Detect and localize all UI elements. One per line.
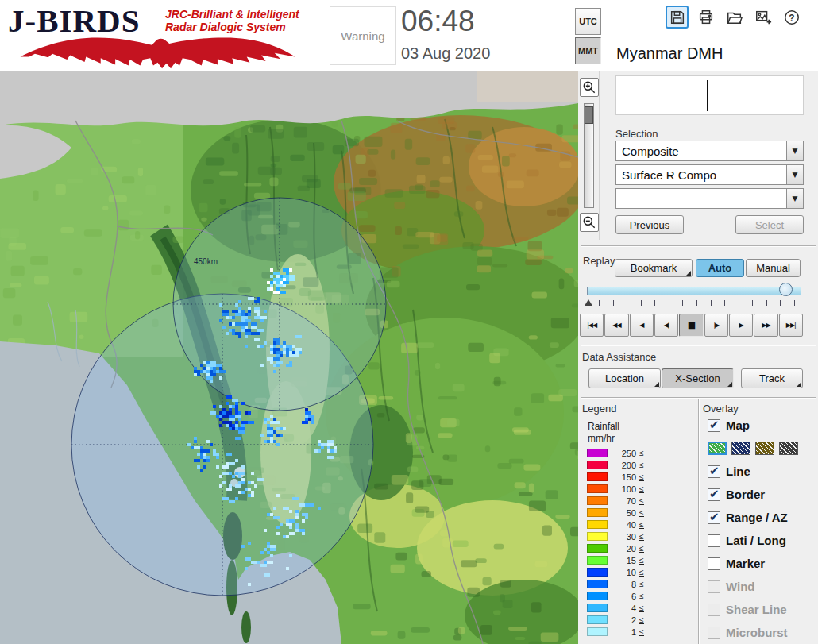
play-backward-button[interactable]: ◀: [630, 314, 654, 337]
play-forward-button[interactable]: ▶: [729, 314, 753, 337]
fast-forward-button[interactable]: ▶▶: [754, 314, 777, 337]
timeline-tick: [752, 300, 753, 306]
message-textbox[interactable]: [615, 75, 804, 115]
fast-rewind-button[interactable]: ◀◀: [604, 314, 628, 337]
dropdown-value: Surface R Compo: [622, 168, 716, 182]
legend-row: 100≤: [587, 484, 644, 493]
save-button[interactable]: [666, 6, 689, 29]
playback-controls: |◀◀◀◀◀◀|■|▶▶▶▶▶▶|: [580, 314, 803, 337]
dropdown-value: Composite: [622, 145, 679, 158]
map-style-swatch-3[interactable]: [755, 442, 774, 455]
zoom-slider[interactable]: [584, 103, 594, 208]
bookmark-button[interactable]: Bookmark: [615, 259, 693, 277]
clock-time: 06:48: [401, 5, 475, 38]
product-option-dropdown[interactable]: ▼: [615, 188, 804, 209]
legend-leq-symbol: ≤: [639, 604, 644, 612]
overlay-item-map: Map: [708, 418, 816, 432]
previous-button[interactable]: Previous: [615, 215, 684, 234]
manual-mode-button[interactable]: Manual: [746, 259, 801, 277]
legend-swatch: [587, 484, 608, 493]
help-button[interactable]: ?: [780, 6, 803, 29]
legend-row: 15≤: [587, 556, 644, 565]
stop-button[interactable]: ■: [679, 314, 703, 337]
legend-unit-line2: mm/hr: [588, 433, 615, 444]
legend-row: 30≤: [587, 532, 644, 541]
legend-row: 8≤: [587, 580, 644, 588]
timeline-tick: [654, 300, 655, 306]
app-logo-tagline: JRC-Brilliant & Intelligent Radar Dialog…: [165, 8, 299, 33]
legend-leq-symbol: ≤: [639, 449, 644, 457]
legend-unit-line1: Rainfall: [588, 421, 619, 432]
legend-leq-symbol: ≤: [639, 497, 644, 505]
legend-leq-symbol: ≤: [639, 485, 644, 493]
legend-value: 250: [608, 449, 636, 458]
radar-map-image: 450km: [0, 71, 578, 644]
legend-row: 6≤: [587, 592, 644, 600]
timeline-tick: [613, 300, 614, 306]
timeline-tick: [739, 300, 739, 306]
range-distance-label: 450km: [194, 257, 218, 266]
x-section-button[interactable]: X-Section: [662, 368, 734, 388]
product-type-dropdown[interactable]: Surface R Compo ▼: [615, 164, 804, 185]
checkbox-marker[interactable]: [708, 557, 720, 570]
product-category-dropdown[interactable]: Composite ▼: [615, 141, 804, 161]
legend-row: 10≤: [587, 568, 644, 577]
legend-leq-symbol: ≤: [639, 557, 644, 565]
legend-leq-symbol: ≤: [639, 473, 644, 481]
mmt-toggle-button[interactable]: MMT: [575, 37, 601, 64]
checkbox-range-az[interactable]: [708, 511, 720, 524]
legend-value: 8: [608, 580, 636, 589]
separator: [581, 345, 816, 346]
checkbox-map[interactable]: [708, 419, 720, 432]
open-folder-icon: [726, 9, 743, 26]
auto-mode-button[interactable]: Auto: [696, 259, 744, 277]
legend-value: 100: [608, 484, 636, 494]
skip-to-end-button[interactable]: ▶▶|: [779, 314, 803, 337]
checkbox-shear-line: [708, 604, 720, 616]
zoom-out-button[interactable]: [580, 213, 599, 232]
separator: [698, 399, 700, 644]
more-options-indicator: [727, 382, 732, 387]
timeline-slider-handle[interactable]: [779, 283, 793, 296]
legend-swatch: [587, 544, 608, 553]
skip-to-start-button[interactable]: |◀◀: [580, 314, 604, 337]
header-bar: J-BIRDS JRC-Brilliant & Intelligent Rada…: [0, 0, 818, 71]
export-image-button[interactable]: [751, 6, 774, 29]
legend-swatch: [587, 461, 608, 469]
legend-leq-symbol: ≤: [639, 580, 644, 588]
utc-toggle-button[interactable]: UTC: [575, 8, 601, 35]
legend-swatch: [587, 532, 608, 541]
checkbox-line[interactable]: [708, 465, 720, 478]
chevron-down-icon[interactable]: ▼: [786, 141, 803, 160]
legend-value: 20: [608, 544, 636, 553]
more-options-indicator: [654, 382, 659, 387]
map-style-swatch-2[interactable]: [731, 442, 750, 455]
legend-row: 4≤: [587, 604, 644, 612]
step-forward-button[interactable]: |▶: [704, 314, 728, 337]
panel-divider: [599, 71, 600, 240]
chevron-down-icon[interactable]: ▼: [786, 165, 803, 184]
chevron-down-icon[interactable]: ▼: [786, 189, 803, 208]
zoom-slider-handle[interactable]: [585, 106, 593, 124]
eagle-logo-icon: [5, 33, 311, 70]
legend-value: 1: [608, 627, 636, 637]
legend-value: 30: [608, 532, 636, 542]
legend-swatch: [587, 508, 608, 517]
checkbox-border[interactable]: [708, 488, 720, 501]
zoom-in-button[interactable]: [580, 78, 599, 97]
select-button[interactable]: Select: [735, 215, 804, 234]
checkbox-lati-long[interactable]: [708, 534, 720, 547]
legend-row: 1≤: [587, 627, 644, 636]
track-button[interactable]: Track: [741, 368, 803, 388]
overlay-label-shear-line: Shear Line: [726, 603, 787, 616]
map-style-swatch-1[interactable]: [708, 442, 727, 455]
step-backward-button[interactable]: ◀|: [654, 314, 678, 337]
print-button[interactable]: [694, 6, 717, 29]
radar-map-view[interactable]: 450km: [0, 71, 578, 644]
map-style-swatch-4[interactable]: [779, 442, 798, 455]
warning-panel[interactable]: Warning: [330, 6, 396, 65]
overlay-label-map: Map: [726, 418, 750, 432]
open-file-button[interactable]: [723, 6, 746, 29]
location-button[interactable]: Location: [588, 368, 661, 388]
timeline-slider-track[interactable]: [587, 287, 801, 295]
